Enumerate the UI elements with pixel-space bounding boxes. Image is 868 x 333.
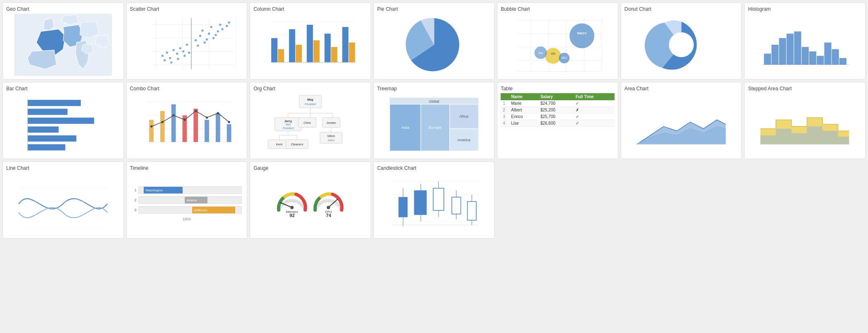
svg-text:US: US: [551, 52, 555, 56]
donut-chart-title: Donut Chart: [624, 6, 738, 12]
pie-chart-svg: [377, 14, 491, 76]
svg-point-123: [183, 119, 186, 121]
svg-text:Europe: Europe: [429, 125, 441, 130]
svg-rect-61: [342, 27, 349, 63]
stepped-area-area: [748, 93, 862, 155]
svg-point-42: [205, 38, 207, 40]
svg-rect-98: [839, 58, 846, 65]
svg-rect-170: [756, 93, 854, 155]
pie-chart-card: Pie Chart: [374, 2, 495, 80]
timeline-bar-adams: Adams: [185, 197, 207, 203]
timeline-num-2: 2: [132, 198, 137, 202]
org-chart-svg: May President Jerry Vice President Chris: [253, 93, 367, 155]
svg-point-46: [226, 25, 228, 27]
svg-point-178: [290, 206, 294, 209]
svg-point-44: [215, 34, 217, 36]
pie-chart-area: [377, 14, 491, 76]
svg-rect-95: [817, 56, 824, 65]
combo-chart-area: [130, 93, 244, 155]
cell-salary: $25,200: [538, 107, 574, 113]
bubble-chart-title: Bubble Chart: [501, 6, 615, 12]
timeline-bar-jefferson: Jefferson: [192, 207, 235, 213]
svg-point-39: [221, 28, 223, 30]
svg-point-181: [327, 206, 330, 209]
timeline-bar-washington: Washington: [144, 187, 183, 193]
gauge-container: Memory 92: [275, 173, 345, 235]
svg-point-21: [166, 52, 168, 54]
combo-chart-card: Combo Chart: [126, 82, 248, 159]
cell-fulltime: ✗: [574, 107, 615, 113]
svg-rect-55: [289, 29, 295, 63]
svg-text:Cleaners: Cleaners: [291, 142, 303, 146]
col-salary: Salary: [538, 93, 574, 100]
scatter-chart-svg: [130, 14, 244, 76]
candlestick-title: Candlestick Chart: [377, 165, 491, 171]
svg-text:President: President: [282, 127, 294, 130]
treemap-title: Treemap: [377, 86, 491, 92]
svg-rect-195: [452, 197, 461, 214]
svg-point-30: [177, 58, 179, 60]
candlestick-chart-card: Candlestick Chart: [374, 162, 495, 239]
area-chart-svg: [624, 93, 738, 155]
svg-rect-193: [433, 188, 444, 211]
table-card: Table Name Salary Full Time 1 Marie $24,…: [497, 82, 618, 159]
timeline-footer: 1800: [132, 217, 242, 221]
svg-text:Africa: Africa: [459, 114, 468, 118]
svg-rect-112: [149, 120, 154, 142]
donut-chart-card: Donut Chart: [621, 2, 742, 80]
column-chart-card: Column Chart: [250, 2, 371, 80]
svg-rect-119: [227, 124, 231, 142]
svg-point-35: [203, 41, 205, 43]
svg-rect-189: [398, 197, 407, 217]
treemap-area: Global Asia Europe Africa America: [377, 93, 491, 155]
svg-point-27: [186, 43, 188, 46]
svg-rect-86: [756, 14, 854, 76]
svg-point-26: [182, 50, 184, 52]
cell-fulltime: ✓: [574, 120, 615, 127]
svg-rect-100: [28, 100, 81, 106]
memory-gauge-svg: Memory: [275, 190, 309, 213]
svg-rect-104: [28, 135, 77, 142]
timeline-num-1: 1: [132, 188, 137, 192]
svg-point-125: [205, 116, 207, 118]
org-chart-card: Org Chart May President Jerry Vice: [250, 82, 371, 159]
svg-point-33: [195, 39, 197, 41]
svg-point-120: [150, 125, 152, 128]
svg-point-76: [569, 24, 594, 48]
timeline-container: 1 Washington 2 Adams 3 Jefferson: [130, 173, 244, 235]
candlestick-area: [377, 173, 491, 235]
svg-rect-91: [787, 34, 794, 65]
svg-point-34: [199, 35, 201, 37]
table-title: Table: [501, 86, 615, 92]
svg-point-43: [210, 26, 212, 28]
svg-point-23: [172, 49, 174, 51]
cell-salary: $24,700: [538, 100, 574, 107]
timeline-row-1: 1 Washington: [132, 186, 242, 194]
bubble-chart-svg: RIEGY US DEU IRN: [501, 14, 615, 76]
bar-chart-card: Bar Chart: [2, 82, 124, 159]
svg-rect-103: [28, 126, 59, 133]
svg-point-36: [208, 33, 210, 35]
svg-text:IRN: IRN: [538, 52, 543, 55]
timeline-card: Timeline 1 Washington 2 Adams 3: [126, 162, 248, 239]
histogram-area: [748, 14, 862, 76]
candlestick-svg: [377, 173, 491, 235]
svg-rect-57: [307, 25, 313, 63]
cell-name: Albert: [509, 107, 538, 113]
svg-point-22: [169, 57, 171, 59]
svg-rect-93: [802, 47, 809, 65]
svg-point-124: [195, 110, 197, 112]
stepped-area-svg: [748, 93, 862, 155]
svg-point-28: [164, 59, 166, 61]
svg-point-25: [179, 47, 181, 49]
histogram-card: Histogram: [744, 2, 866, 80]
svg-rect-97: [832, 49, 839, 65]
cell-name: Marie: [509, 100, 538, 107]
svg-text:Global: Global: [429, 99, 439, 104]
geo-chart-title: Geo Chart: [6, 6, 120, 12]
table-row: 1 Marie $24,700 ✓: [501, 100, 615, 107]
svg-rect-54: [278, 49, 284, 63]
data-table: Name Salary Full Time 1 Marie $24,700 ✓ …: [501, 93, 615, 127]
svg-rect-92: [794, 31, 801, 65]
stepped-area-chart-card: Stepped Area Chart: [744, 82, 866, 159]
